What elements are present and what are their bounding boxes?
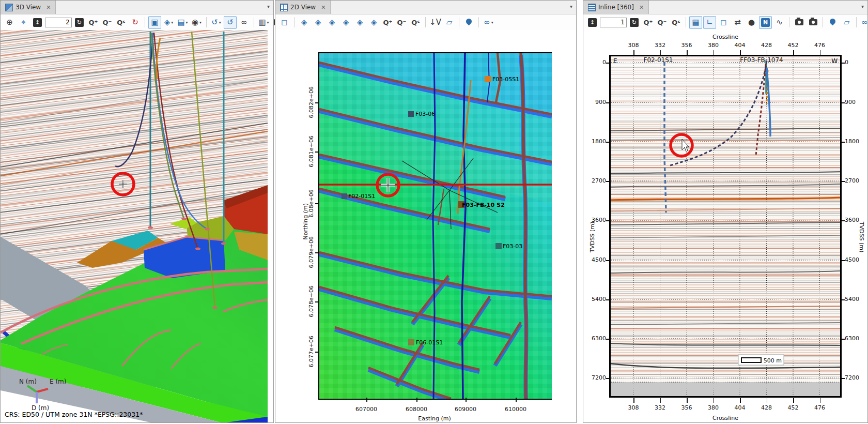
map-viewport[interactable]: Northing (m) Easting (m) [275,30,576,422]
axis-tick-mark [466,398,467,402]
dropdown-arrow-icon[interactable]: ▾ [199,20,202,25]
seismic-slices-icon[interactable]: ▥▾ [257,16,270,29]
section-canvas[interactable]: 500 m E W F02-01S1 FF03-FB-1074 [609,55,842,398]
tab-overflow-icon[interactable]: ▾ [267,4,270,9]
wiggle-display-icon[interactable]: ∿ [773,16,786,29]
axis-tick-mark [606,339,609,340]
axis-tick-label: 404 [730,404,750,411]
tab-overflow-icon[interactable]: ▾ [570,4,572,9]
axis-tick-label: 4500 [584,256,606,263]
tab-overflow-icon[interactable]: ▾ [861,4,864,9]
zoom-in-icon[interactable]: Q⁺ [381,16,394,29]
dropdown-arrow-icon[interactable]: ▾ [491,20,493,25]
view-cube-south-icon[interactable]: ◈ [312,16,324,29]
dropdown-arrow-icon[interactable]: ▾ [186,20,188,25]
toolbar-2d: ◻◈◈◈◈◈◈Q⁺Q⁻Qᶜ↓V▱∞▾ [275,14,576,31]
view-cube-top-icon[interactable]: ◈ [353,16,366,29]
axis-tick-label: 308 [623,42,644,49]
toolbar-separator [823,17,823,27]
scale-rotate-icon[interactable]: ↻ [73,16,86,29]
axis-tick-label: 610000 [500,406,531,413]
vertical-scale-input[interactable] [45,18,72,27]
zoom-area-select-icon[interactable]: ◻ [278,16,291,29]
free-rotate-icon[interactable]: ↺ [224,16,237,29]
map-canvas[interactable]: F03-05S1 F03-06 F02-01S1 F03-FB-10 S2 F0… [319,53,552,399]
close-icon[interactable]: ✕ [321,4,326,11]
app-window: { "icons": { "close": "✕", "overflow": "… [0,0,868,424]
link-views-icon[interactable]: ∞▾ [860,16,868,29]
close-icon[interactable]: ✕ [46,4,51,11]
zoom-out-icon[interactable]: Q⁻ [395,16,408,29]
axis-tick-label: 3600 [584,217,606,223]
tab-2d-view[interactable]: 2D View ✕ [275,1,331,14]
snapshot-camera-icon[interactable] [793,16,805,29]
axis-tick-mark [315,301,318,302]
axis-tick-label: 0 [845,59,867,66]
well-marker[interactable] [342,193,347,199]
zoom-box-icon[interactable]: ◻ [717,16,730,29]
close-icon[interactable]: ✕ [639,4,644,11]
axis-tick-label: 452 [783,404,803,411]
tab-3d-view[interactable]: 3D View ✕ [1,1,56,14]
axis-tick-mark [767,50,768,55]
axis-tick-mark [606,260,609,261]
zoom-restore-icon[interactable]: Qᶜ [670,16,683,29]
edit-rectangle-icon[interactable]: ▱ [840,16,853,29]
axis-tick-label: 332 [650,42,671,49]
well-marker[interactable] [495,243,502,249]
vertical-scale-input[interactable] [600,18,627,27]
view-axis-icon[interactable]: ▤▾ [176,16,189,29]
positioning-n-icon[interactable]: N [759,16,772,29]
rotate-counterclockwise-icon[interactable]: ↻ [129,16,142,29]
stereo-glasses-icon[interactable]: ∞ [238,16,251,29]
axis-tick-label: 6300 [845,335,867,342]
location-pin-icon[interactable] [462,16,475,29]
zoom-out-icon[interactable]: Q⁻ [101,16,114,29]
vd-drop-icon[interactable]: ● [745,16,758,29]
well-marker[interactable] [408,111,414,117]
dropdown-arrow-icon[interactable]: ▾ [171,20,173,25]
flatten-vertical-icon[interactable]: ↓V [429,16,442,29]
link-views-icon[interactable]: ∞▾ [482,16,495,29]
scene-camera-icon[interactable] [807,16,819,29]
view-mode-cube-icon[interactable]: ▣ [148,16,161,29]
view-face-icon[interactable]: ◈▾ [162,16,175,29]
dropdown-arrow-icon[interactable]: ▾ [267,20,269,25]
location-pin-icon[interactable] [826,16,839,29]
zoom-in-icon[interactable]: Q⁺ [87,16,100,29]
dropdown-arrow-icon[interactable]: ▾ [219,20,221,25]
tab-inline[interactable]: Inline [360] ✕ [583,1,649,14]
axis-tick-label: 5400 [584,296,606,302]
3d-scene[interactable]: N (m) E (m) D (m) CRS: ED50 / UTM zone 3… [1,30,273,422]
view-cube-north-icon[interactable]: ◈ [298,16,311,29]
zoom-restore-icon[interactable]: Qᶜ [115,16,128,29]
trace-spacing-icon[interactable]: ⇄ [731,16,744,29]
position-track-icon[interactable]: ⊕ [3,16,16,29]
tab-inline-label: Inline [360] [598,4,634,11]
axis-tick-label: 2700 [584,177,606,184]
crosshair-pick-icon[interactable]: ⌖ [17,16,30,29]
view-all-eye-icon[interactable]: ◉▾ [190,16,203,29]
scale-rotate-icon[interactable]: ↻ [628,16,641,29]
view-cube-bottom-icon[interactable]: ◈ [367,16,380,29]
zoom-in-icon[interactable]: Q⁺ [642,16,655,29]
well-marker[interactable] [408,339,414,345]
section-plot[interactable]: 500 m E W F02-01S1 FF03-FB-1074 [609,55,842,398]
2d-view-icon [280,4,288,11]
view-cube-west-icon[interactable]: ◈ [339,16,352,29]
toolbar-separator [206,17,207,27]
rotate-view-icon[interactable]: ↺▾ [210,16,223,29]
map-plot[interactable]: F03-05S1 F03-06 F02-01S1 F03-FB-10 S2 F0… [318,52,552,400]
vertical-scale-icon[interactable]: ↕ [586,16,599,29]
axes-display-icon[interactable]: ∟ [703,16,716,29]
vertical-scale-icon[interactable]: ↕ [31,16,44,29]
section-viewport[interactable]: Crossline Crossline TVDSS (m) TVDSS (m) [583,30,867,422]
edit-rectangle-icon[interactable]: ▱ [443,16,456,29]
view-cube-east-icon[interactable]: ◈ [326,16,338,29]
zoom-restore-icon[interactable]: Qᶜ [409,16,422,29]
well-marker[interactable] [485,76,491,82]
zoom-out-icon[interactable]: Q⁻ [656,16,669,29]
axis-tick-mark [842,378,845,379]
3d-viewport[interactable]: N (m) E (m) D (m) CRS: ED50 / UTM zone 3… [1,30,273,422]
grid-display-icon[interactable]: ▦ [689,16,702,29]
